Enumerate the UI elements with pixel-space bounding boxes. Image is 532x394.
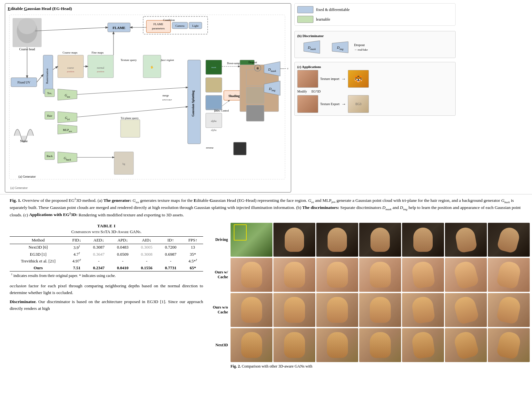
svg-text:🖐: 🖐 (150, 65, 153, 69)
ours-nocache-face-3 (316, 293, 358, 327)
ours-nocache-face-5 (402, 293, 444, 327)
top-diagram-section: Editable Gaussian Head (EG-Head) Coarse … (0, 0, 532, 194)
ours-cache-faces (231, 258, 530, 292)
svg-line-86 (35, 27, 108, 31)
cell-aid-trev: - (135, 258, 159, 264)
legend-fixed-label: fixed & differentiable (316, 7, 350, 12)
paragraph-discriminator: Discriminator. Our discriminator is base… (10, 299, 203, 312)
applications-section: (c) Applications Texture import → 🐯 Modi… (294, 62, 456, 116)
ours-nocache-faces (231, 293, 530, 327)
dropout-label: Dropout (354, 43, 368, 47)
texture-export-row: Texture Export → EG3 (297, 95, 453, 113)
ours-nocache-label: Ours w/oCache (210, 305, 231, 315)
cell-id-eg3d: 0.6987 (159, 251, 182, 258)
diagram-right-section: fixed & differentiable learnable (b) Dis… (294, 3, 456, 192)
ours-cache-face-5 (402, 258, 444, 292)
cell-fid-eg3d: 4.7† (67, 251, 87, 258)
ours-cache-label: Ours w/Cache (210, 270, 231, 280)
driving-face-3 (316, 223, 358, 257)
table-row: Trevithick et al. [21] 4.97† - - - - 4.5… (10, 258, 203, 264)
next3d-faces (231, 328, 530, 362)
svg-rect-82 (246, 87, 264, 103)
legend-green-box (297, 16, 313, 23)
svg-rect-79 (246, 70, 266, 86)
svg-text:normal: normal (97, 66, 104, 69)
svg-text:Down-sample: Down-sample (227, 62, 241, 65)
svg-text:Camera: Camera (175, 24, 184, 27)
paragraph-occlusion: occlusion factor for each pixel through … (10, 283, 203, 296)
ours-nocache-row: Ours w/oCache (210, 293, 530, 327)
svg-text:Illum. Control: Illum. Control (214, 109, 229, 112)
svg-text:Condition: Condition (163, 18, 175, 22)
driving-face-images (231, 223, 530, 257)
svg-text:Gaussian Splatting: Gaussian Splatting (191, 91, 195, 117)
ours-cache-face-4 (359, 258, 401, 292)
driving-face-2 (273, 223, 315, 257)
svg-marker-71 (58, 152, 77, 163)
occlusion-italic: occlusion (10, 283, 26, 288)
svg-text:position: position (97, 70, 104, 73)
svg-text:alpha: alpha (211, 129, 217, 132)
legend-learnable-label: learnable (316, 17, 330, 22)
svg-text:reverse: reverse (206, 146, 214, 149)
cell-aid-ours: 0.1556 (135, 265, 159, 271)
svg-text:alpha: alpha (211, 120, 217, 123)
app-eg3d-img: EG3 (348, 95, 369, 113)
svg-text:Noise: Noise (20, 139, 28, 143)
app-face-img-2 (297, 95, 318, 113)
cell-aed-ours: 0.2347 (87, 265, 111, 271)
svg-line-9 (37, 74, 43, 82)
cell-fps-next3d: 13 (182, 244, 203, 251)
body-text-section: occlusion factor for each pixel through … (10, 283, 203, 312)
right-content: Driving (208, 220, 531, 369)
table-header-row: Method FID↓ AED↓ APD↓ AID↓ ID↑ FPS↑ (10, 236, 203, 244)
legend-blue-box (297, 6, 313, 13)
next3d-face-6 (445, 328, 487, 362)
driving-row: Driving (210, 223, 530, 257)
cell-aed-trev: - (87, 258, 111, 264)
discriminator-section: (b) Discriminator Dmask Dimg Dropout → r (294, 31, 456, 58)
d-img-svg: Dimg (326, 40, 351, 54)
svg-marker-61 (58, 89, 77, 100)
cell-id-ours: 0.7731 (159, 265, 182, 271)
next3d-row: Next3D (210, 328, 530, 362)
texture-export-label: Texture Export (320, 102, 340, 106)
ours-nocache-face-2 (273, 293, 315, 327)
driving-face-6 (445, 223, 487, 257)
svg-text:Coarse maps: Coarse maps (63, 51, 78, 54)
table-subtitle: Comparison with SoTA 3D-Aware GANs. (10, 229, 203, 234)
ours-nocache-face-4 (359, 293, 401, 327)
col-fps: FPS↑ (182, 236, 203, 244)
comparison-table: Method FID↓ AED↓ APD↓ AID↓ ID↑ FPS↑ Next… (10, 236, 203, 271)
cell-method-eg3d: EG3D [1] (10, 251, 67, 258)
left-content: TABLE I Comparison with SoTA 3D-Aware GA… (5, 220, 208, 369)
cell-method-next3d: Next3D [6] (10, 244, 67, 251)
ours-cache-row: Ours w/Cache (210, 258, 530, 292)
svg-text:→ real/fake: → real/fake (284, 67, 288, 70)
svg-rect-57 (233, 142, 246, 155)
ours-cache-face-2 (273, 258, 315, 292)
next3d-face-3 (316, 328, 358, 362)
driving-label: Driving (210, 237, 231, 242)
svg-text:parameters: parameters (152, 27, 165, 30)
svg-text:FLAME: FLAME (113, 26, 125, 30)
cell-fps-eg3d: 35* (182, 251, 203, 258)
svg-text:Hair: Hair (47, 114, 52, 117)
driving-face-7 (488, 223, 530, 257)
fig2-label: Fig. 2. (231, 364, 241, 369)
fig-label: Fig. 1. (10, 198, 21, 203)
svg-rect-76 (121, 120, 140, 137)
driving-face-5 (402, 223, 444, 257)
discriminator-outputs: Dropout → real/fake (354, 43, 368, 51)
diagram-title: Editable Gaussian Head (EG-Head) (8, 6, 288, 11)
eg3d-label: EG³3D (311, 90, 321, 93)
svg-rect-83 (246, 105, 264, 121)
table-section: TABLE I Comparison with SoTA 3D-Aware GA… (10, 223, 203, 278)
col-aid: AID↓ (135, 236, 159, 244)
col-aed: AED↓ (87, 236, 111, 244)
table-title: TABLE I (10, 223, 203, 229)
next3d-face-4 (359, 328, 401, 362)
discriminator-label: (b) Discriminator (297, 34, 453, 38)
cell-id-trev: - (159, 258, 182, 264)
svg-text:Tri-plane query: Tri-plane query (121, 116, 139, 120)
